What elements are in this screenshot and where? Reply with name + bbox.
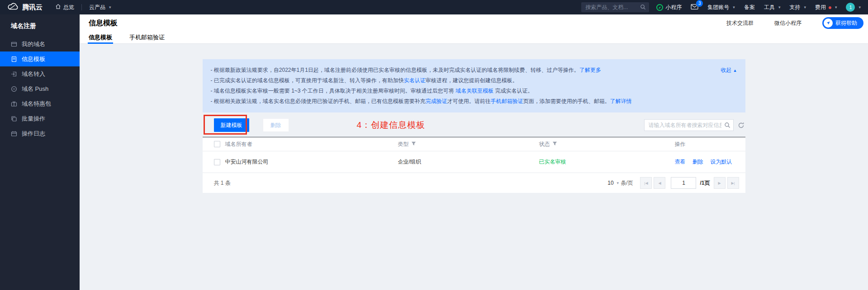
sidebar: 域名注册 我的域名 信息模板 域名转入 域名 Push 域名特惠包 批量操作 — [0, 14, 80, 290]
notification-dot — [829, 6, 831, 9]
set-default-link[interactable]: 设为默认 — [710, 159, 732, 165]
brand-label: 腾讯云 — [22, 3, 43, 12]
total-count: 共 1 条 — [214, 179, 231, 187]
phone-email-verify-link[interactable]: 手机邮箱验证 — [491, 98, 523, 104]
miniprogram-icon — [656, 4, 663, 11]
messages-button[interactable]: 3 — [691, 4, 698, 11]
first-page-icon: |◀ — [644, 181, 648, 185]
chevron-down-icon: ▾ — [617, 181, 619, 185]
sidebar-item-info-template[interactable]: 信息模板 — [0, 51, 80, 66]
complete-verification-link[interactable]: 完成验证 — [426, 98, 447, 104]
tab-phone-email-verify[interactable]: 手机邮箱验证 — [129, 32, 165, 43]
sidebar-item-domain-transfer-in[interactable]: 域名转入 — [0, 66, 80, 81]
template-table: 域名所有者 类型 状态 操作 — [203, 137, 745, 193]
search-icon[interactable] — [724, 122, 730, 130]
chevron-down-icon: ▾ — [804, 5, 806, 9]
toolbar: 新建模板 删除 4：创建信息模板 — [203, 117, 745, 133]
notice-line-4: - 根据相关政策法规，域名实名信息必须使用已验证的手机、邮箱，已有信息模板需要补… — [211, 96, 696, 107]
chevron-down-icon: ▾ — [778, 5, 781, 9]
table-row: 中安山河有限公司 企业/组织 已实名审核 查看 删除 设为默认 — [203, 151, 745, 173]
chevron-down-icon: ▾ — [733, 5, 735, 9]
help-compass-icon — [824, 19, 833, 28]
nav-miniprogram[interactable]: 小程序 — [656, 4, 682, 11]
sidebar-item-domain-push[interactable]: 域名 Push — [0, 81, 80, 96]
filter-icon[interactable] — [552, 141, 557, 147]
tab-info-template[interactable]: 信息模板 — [89, 32, 112, 43]
notice-line-2: - 已完成实名认证的域名信息模板，可直接用于域名新注、转入等操作，有助加快实名认… — [211, 75, 696, 86]
status-badge: 已实名审核 — [539, 158, 566, 166]
nav-overview[interactable]: 总览 — [55, 4, 74, 11]
step-annotation: 4：创建信息模板 — [357, 119, 426, 131]
chevron-down-icon: ▾ — [109, 5, 111, 9]
tencent-cloud-logo[interactable]: 腾讯云 — [7, 3, 43, 12]
triangle-up-icon: ▲ — [733, 68, 737, 73]
nav-beian[interactable]: 备案 — [744, 4, 755, 11]
tech-group-link[interactable]: 技术交流群 — [726, 19, 754, 27]
window-icon — [11, 41, 17, 47]
sidebar-item-domain-discount-package[interactable]: 域名特惠包 — [0, 96, 80, 111]
sidebar-item-operation-log[interactable]: 操作日志 — [0, 126, 80, 141]
sidebar-item-my-domains[interactable]: 我的域名 — [0, 37, 80, 51]
first-page-button[interactable]: |◀ — [640, 177, 652, 189]
table-search — [644, 119, 734, 131]
nav-billing[interactable]: 费用 ▾ — [815, 4, 837, 11]
col-header-owner: 域名所有者 — [225, 140, 252, 148]
next-page-button[interactable]: ▶ — [714, 177, 726, 189]
template-type: 企业/组织 — [398, 158, 421, 166]
col-header-type: 类型 — [398, 140, 409, 148]
tabbar: 信息模板 手机邮箱验证 — [80, 32, 868, 44]
row-checkbox[interactable] — [214, 159, 220, 165]
delete-button[interactable]: 删除 — [263, 118, 289, 132]
page-title: 信息模板 — [89, 19, 118, 28]
realname-auth-link[interactable]: 实名认证 — [404, 77, 426, 84]
search-icon — [640, 4, 646, 11]
prev-page-button[interactable]: ◀ — [654, 177, 665, 189]
refresh-icon[interactable] — [738, 122, 745, 129]
document-icon — [11, 56, 17, 62]
divider — [81, 4, 82, 10]
page-header: 信息模板 技术交流群 微信小程序 获得帮助 — [80, 14, 868, 32]
nav-group-account[interactable]: 集团账号 ▾ — [707, 4, 735, 11]
detail-link[interactable]: 了解详情 — [610, 98, 632, 104]
link-domain-to-template-link[interactable]: 域名关联至模板 — [455, 88, 493, 94]
main-area: 信息模板 技术交流群 微信小程序 获得帮助 信息模板 手机邮箱验证 - 根据最新… — [80, 14, 868, 290]
owner-name: 中安山河有限公司 — [225, 158, 269, 166]
table-search-input[interactable] — [644, 119, 734, 131]
notice-banner: - 根据最新政策法规要求，自2022年1月1日起，域名注册前必须使用已实名审核的… — [203, 59, 745, 112]
prev-page-icon: ◀ — [658, 181, 661, 185]
page-number-input[interactable] — [671, 177, 696, 189]
wechat-mini-link[interactable]: 微信小程序 — [774, 19, 802, 27]
next-page-icon: ▶ — [718, 181, 721, 185]
delete-link[interactable]: 删除 — [693, 159, 703, 165]
create-template-button[interactable]: 新建模板 — [214, 118, 249, 132]
col-header-status: 状态 — [539, 140, 550, 148]
pagination-bar: 共 1 条 10 ▾ 条/页 |◀ ◀ /1页 — [203, 173, 745, 193]
notice-line-3: - 域名信息模板实名审核一般需要 1~3 个工作日，具体取决于相关注册局审核时间… — [211, 86, 696, 96]
sidebar-item-batch-operation[interactable]: 批量操作 — [0, 111, 80, 126]
nav-tools[interactable]: 工具 ▾ — [764, 4, 781, 11]
get-help-button[interactable]: 获得帮助 — [822, 17, 863, 29]
view-link[interactable]: 查看 — [675, 159, 686, 165]
sidebar-title: 域名注册 — [0, 14, 80, 37]
nav-support[interactable]: 支持 ▾ — [789, 4, 806, 11]
page-size-select[interactable]: 10 ▾ 条/页 — [607, 179, 633, 187]
filter-icon[interactable] — [411, 141, 416, 147]
content: - 根据最新政策法规要求，自2022年1月1日起，域名注册前必须使用已实名审核的… — [80, 44, 868, 193]
copy-stack-icon — [11, 116, 17, 122]
chevron-down-icon: ▾ — [859, 5, 861, 9]
push-icon — [11, 86, 17, 92]
topbar-search-input[interactable] — [581, 2, 649, 12]
last-page-button[interactable]: ▶| — [727, 177, 739, 189]
transfer-in-icon — [11, 71, 17, 77]
chevron-down-icon: ▾ — [835, 5, 837, 9]
nav-cloud-products[interactable]: 云产品 ▾ — [89, 4, 111, 11]
collapse-link[interactable]: 收起 ▲ — [721, 65, 737, 76]
table-header-row: 域名所有者 类型 状态 操作 — [203, 137, 745, 151]
last-page-icon: ▶| — [731, 181, 735, 185]
col-header-action: 操作 — [675, 141, 686, 147]
select-all-checkbox[interactable] — [214, 141, 220, 147]
learn-more-link[interactable]: 了解更多 — [579, 67, 601, 73]
account-menu[interactable]: 1 ▾ — [846, 3, 861, 12]
cloud-logo-icon — [7, 3, 19, 12]
gift-package-icon — [11, 101, 17, 107]
